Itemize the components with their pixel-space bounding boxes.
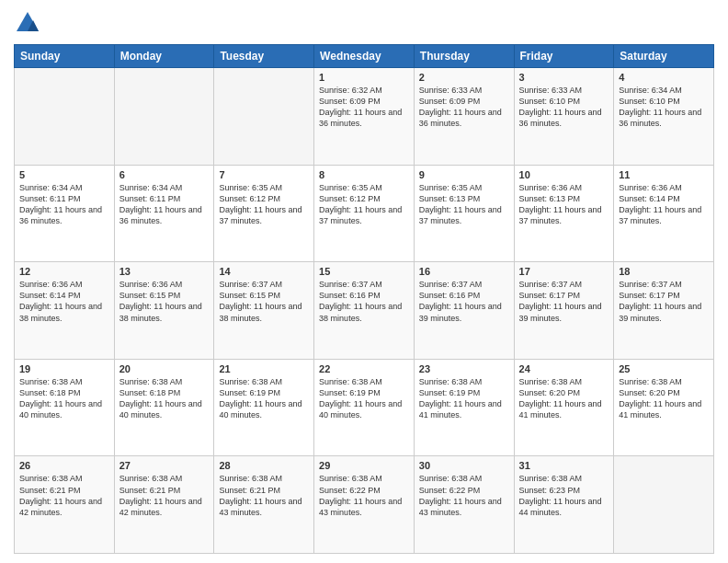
page: SundayMondayTuesdayWednesdayThursdayFrid… bbox=[0, 0, 728, 563]
day-number: 15 bbox=[319, 266, 409, 277]
calendar-cell: 8Sunrise: 6:35 AMSunset: 6:12 PMDaylight… bbox=[314, 165, 415, 262]
calendar-body: 1Sunrise: 6:32 AMSunset: 6:09 PMDaylight… bbox=[15, 68, 714, 554]
day-number: 11 bbox=[619, 169, 709, 180]
day-info: Sunrise: 6:34 AMSunset: 6:10 PMDaylight:… bbox=[619, 85, 709, 130]
calendar-cell: 10Sunrise: 6:36 AMSunset: 6:13 PMDayligh… bbox=[514, 165, 614, 262]
calendar-cell: 5Sunrise: 6:34 AMSunset: 6:11 PMDaylight… bbox=[15, 165, 115, 262]
day-info: Sunrise: 6:38 AMSunset: 6:23 PMDaylight:… bbox=[519, 473, 609, 518]
day-number: 22 bbox=[319, 363, 409, 374]
calendar-cell bbox=[614, 456, 714, 554]
calendar-cell: 27Sunrise: 6:38 AMSunset: 6:21 PMDayligh… bbox=[114, 456, 214, 554]
day-info: Sunrise: 6:38 AMSunset: 6:19 PMDaylight:… bbox=[319, 376, 409, 421]
calendar-cell: 13Sunrise: 6:36 AMSunset: 6:15 PMDayligh… bbox=[114, 262, 214, 360]
calendar-cell: 22Sunrise: 6:38 AMSunset: 6:19 PMDayligh… bbox=[314, 359, 415, 456]
day-info: Sunrise: 6:36 AMSunset: 6:14 PMDaylight:… bbox=[19, 279, 109, 324]
logo bbox=[14, 9, 45, 37]
day-info: Sunrise: 6:37 AMSunset: 6:16 PMDaylight:… bbox=[319, 279, 409, 324]
day-info: Sunrise: 6:38 AMSunset: 6:18 PMDaylight:… bbox=[119, 376, 210, 421]
day-info: Sunrise: 6:37 AMSunset: 6:15 PMDaylight:… bbox=[219, 279, 309, 324]
day-number: 28 bbox=[219, 460, 309, 471]
calendar-table: SundayMondayTuesdayWednesdayThursdayFrid… bbox=[14, 44, 714, 554]
day-info: Sunrise: 6:33 AMSunset: 6:09 PMDaylight:… bbox=[419, 85, 509, 130]
calendar-cell: 15Sunrise: 6:37 AMSunset: 6:16 PMDayligh… bbox=[314, 262, 415, 360]
header-day-tuesday: Tuesday bbox=[214, 45, 314, 68]
calendar-cell: 12Sunrise: 6:36 AMSunset: 6:14 PMDayligh… bbox=[15, 262, 115, 360]
day-info: Sunrise: 6:37 AMSunset: 6:17 PMDaylight:… bbox=[519, 279, 609, 324]
day-number: 10 bbox=[519, 169, 609, 180]
week-row-1: 1Sunrise: 6:32 AMSunset: 6:09 PMDaylight… bbox=[15, 68, 714, 166]
day-number: 23 bbox=[419, 363, 509, 374]
logo-icon bbox=[14, 9, 41, 37]
calendar-cell: 21Sunrise: 6:38 AMSunset: 6:19 PMDayligh… bbox=[214, 359, 314, 456]
calendar-cell: 24Sunrise: 6:38 AMSunset: 6:20 PMDayligh… bbox=[514, 359, 614, 456]
day-number: 16 bbox=[419, 266, 509, 277]
day-info: Sunrise: 6:38 AMSunset: 6:20 PMDaylight:… bbox=[619, 376, 709, 421]
day-info: Sunrise: 6:32 AMSunset: 6:09 PMDaylight:… bbox=[319, 85, 409, 130]
day-number: 7 bbox=[219, 169, 309, 180]
calendar-header: SundayMondayTuesdayWednesdayThursdayFrid… bbox=[15, 45, 714, 68]
day-number: 21 bbox=[219, 363, 309, 374]
day-number: 20 bbox=[119, 363, 210, 374]
calendar-cell: 2Sunrise: 6:33 AMSunset: 6:09 PMDaylight… bbox=[414, 68, 514, 166]
day-number: 24 bbox=[519, 363, 609, 374]
calendar-cell: 11Sunrise: 6:36 AMSunset: 6:14 PMDayligh… bbox=[614, 165, 714, 262]
calendar-cell: 29Sunrise: 6:38 AMSunset: 6:22 PMDayligh… bbox=[314, 456, 415, 554]
day-info: Sunrise: 6:38 AMSunset: 6:21 PMDaylight:… bbox=[19, 473, 109, 518]
day-info: Sunrise: 6:38 AMSunset: 6:18 PMDaylight:… bbox=[19, 376, 109, 421]
day-number: 6 bbox=[119, 169, 210, 180]
day-number: 27 bbox=[119, 460, 210, 471]
calendar-cell: 25Sunrise: 6:38 AMSunset: 6:20 PMDayligh… bbox=[614, 359, 714, 456]
calendar-cell: 6Sunrise: 6:34 AMSunset: 6:11 PMDaylight… bbox=[114, 165, 214, 262]
day-info: Sunrise: 6:36 AMSunset: 6:14 PMDaylight:… bbox=[619, 182, 709, 227]
week-row-4: 19Sunrise: 6:38 AMSunset: 6:18 PMDayligh… bbox=[15, 359, 714, 456]
day-info: Sunrise: 6:37 AMSunset: 6:16 PMDaylight:… bbox=[419, 279, 509, 324]
day-number: 29 bbox=[319, 460, 409, 471]
calendar-cell: 20Sunrise: 6:38 AMSunset: 6:18 PMDayligh… bbox=[114, 359, 214, 456]
day-info: Sunrise: 6:37 AMSunset: 6:17 PMDaylight:… bbox=[619, 279, 709, 324]
calendar-cell: 23Sunrise: 6:38 AMSunset: 6:19 PMDayligh… bbox=[414, 359, 514, 456]
week-row-5: 26Sunrise: 6:38 AMSunset: 6:21 PMDayligh… bbox=[15, 456, 714, 554]
day-number: 25 bbox=[619, 363, 709, 374]
day-number: 14 bbox=[219, 266, 309, 277]
header-day-sunday: Sunday bbox=[15, 45, 115, 68]
day-number: 8 bbox=[319, 169, 409, 180]
day-number: 1 bbox=[319, 72, 409, 83]
day-info: Sunrise: 6:38 AMSunset: 6:20 PMDaylight:… bbox=[519, 376, 609, 421]
day-info: Sunrise: 6:35 AMSunset: 6:13 PMDaylight:… bbox=[419, 182, 509, 227]
day-info: Sunrise: 6:35 AMSunset: 6:12 PMDaylight:… bbox=[319, 182, 409, 227]
day-info: Sunrise: 6:35 AMSunset: 6:12 PMDaylight:… bbox=[219, 182, 309, 227]
day-info: Sunrise: 6:38 AMSunset: 6:19 PMDaylight:… bbox=[219, 376, 309, 421]
day-number: 13 bbox=[119, 266, 210, 277]
calendar-cell: 18Sunrise: 6:37 AMSunset: 6:17 PMDayligh… bbox=[614, 262, 714, 360]
header-day-saturday: Saturday bbox=[614, 45, 714, 68]
day-number: 4 bbox=[619, 72, 709, 83]
header-day-thursday: Thursday bbox=[414, 45, 514, 68]
calendar-cell: 26Sunrise: 6:38 AMSunset: 6:21 PMDayligh… bbox=[15, 456, 115, 554]
day-number: 26 bbox=[19, 460, 109, 471]
header-day-monday: Monday bbox=[114, 45, 214, 68]
day-number: 17 bbox=[519, 266, 609, 277]
day-info: Sunrise: 6:33 AMSunset: 6:10 PMDaylight:… bbox=[519, 85, 609, 130]
header-day-wednesday: Wednesday bbox=[314, 45, 415, 68]
day-info: Sunrise: 6:38 AMSunset: 6:21 PMDaylight:… bbox=[219, 473, 309, 518]
calendar-cell: 4Sunrise: 6:34 AMSunset: 6:10 PMDaylight… bbox=[614, 68, 714, 166]
calendar-cell bbox=[114, 68, 214, 166]
calendar-cell: 19Sunrise: 6:38 AMSunset: 6:18 PMDayligh… bbox=[15, 359, 115, 456]
day-number: 18 bbox=[619, 266, 709, 277]
day-info: Sunrise: 6:38 AMSunset: 6:22 PMDaylight:… bbox=[319, 473, 409, 518]
week-row-3: 12Sunrise: 6:36 AMSunset: 6:14 PMDayligh… bbox=[15, 262, 714, 360]
day-number: 30 bbox=[419, 460, 509, 471]
day-info: Sunrise: 6:36 AMSunset: 6:13 PMDaylight:… bbox=[519, 182, 609, 227]
calendar-cell: 31Sunrise: 6:38 AMSunset: 6:23 PMDayligh… bbox=[514, 456, 614, 554]
day-number: 19 bbox=[19, 363, 109, 374]
day-info: Sunrise: 6:38 AMSunset: 6:22 PMDaylight:… bbox=[419, 473, 509, 518]
day-number: 9 bbox=[419, 169, 509, 180]
day-info: Sunrise: 6:34 AMSunset: 6:11 PMDaylight:… bbox=[19, 182, 109, 227]
day-number: 12 bbox=[19, 266, 109, 277]
day-number: 5 bbox=[19, 169, 109, 180]
header-row: SundayMondayTuesdayWednesdayThursdayFrid… bbox=[15, 45, 714, 68]
calendar-cell: 14Sunrise: 6:37 AMSunset: 6:15 PMDayligh… bbox=[214, 262, 314, 360]
header-day-friday: Friday bbox=[514, 45, 614, 68]
day-number: 2 bbox=[419, 72, 509, 83]
day-info: Sunrise: 6:36 AMSunset: 6:15 PMDaylight:… bbox=[119, 279, 210, 324]
